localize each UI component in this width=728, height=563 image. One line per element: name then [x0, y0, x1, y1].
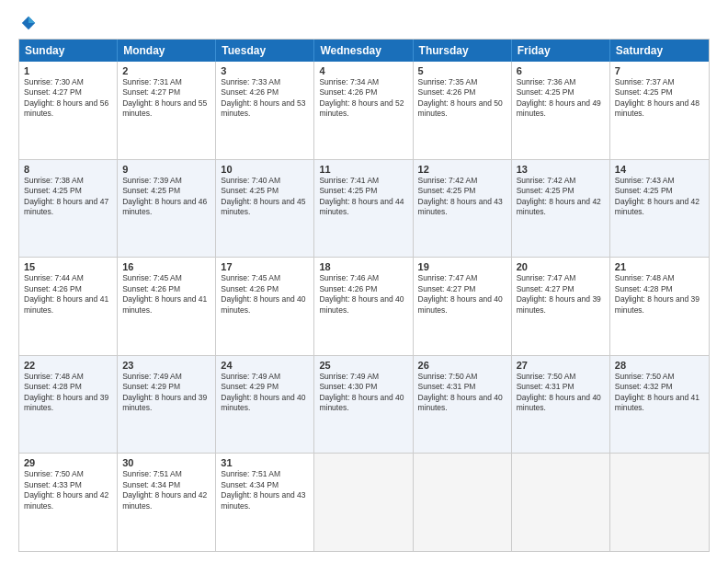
day-detail: Sunrise: 7:49 AMSunset: 4:29 PMDaylight:… [122, 372, 207, 412]
calendar-day-16: 16 Sunrise: 7:45 AMSunset: 4:26 PMDaylig… [118, 258, 216, 355]
day-detail: Sunrise: 7:50 AMSunset: 4:31 PMDaylight:… [418, 372, 503, 412]
calendar-day-22: 22 Sunrise: 7:48 AMSunset: 4:28 PMDaylig… [19, 356, 118, 454]
day-detail: Sunrise: 7:47 AMSunset: 4:27 PMDaylight:… [517, 273, 601, 314]
day-detail: Sunrise: 7:49 AMSunset: 4:30 PMDaylight:… [319, 372, 404, 412]
page: SundayMondayTuesdayWednesdayThursdayFrid… [0, 0, 728, 563]
day-detail: Sunrise: 7:43 AMSunset: 4:25 PMDaylight:… [615, 176, 700, 216]
calendar-day-4: 4 Sunrise: 7:34 AMSunset: 4:26 PMDayligh… [314, 62, 413, 159]
day-number: 3 [221, 65, 309, 76]
header [18, 15, 710, 31]
calendar-day-19: 19 Sunrise: 7:47 AMSunset: 4:27 PMDaylig… [414, 258, 512, 355]
day-number: 11 [319, 164, 407, 175]
day-detail: Sunrise: 7:42 AMSunset: 4:25 PMDaylight:… [418, 176, 503, 216]
calendar-day-28: 28 Sunrise: 7:50 AMSunset: 4:32 PMDaylig… [610, 356, 709, 454]
calendar-day-8: 8 Sunrise: 7:38 AMSunset: 4:25 PMDayligh… [19, 160, 118, 258]
day-detail: Sunrise: 7:45 AMSunset: 4:26 PMDaylight:… [122, 273, 207, 314]
calendar-day-24: 24 Sunrise: 7:49 AMSunset: 4:29 PMDaylig… [216, 356, 314, 454]
calendar-day-3: 3 Sunrise: 7:33 AMSunset: 4:26 PMDayligh… [216, 62, 314, 159]
day-detail: Sunrise: 7:37 AMSunset: 4:25 PMDaylight:… [615, 77, 700, 118]
day-number: 30 [122, 457, 210, 468]
calendar-day-31: 31 Sunrise: 7:51 AMSunset: 4:34 PMDaylig… [216, 454, 314, 551]
day-number: 28 [615, 360, 704, 371]
day-number: 23 [122, 360, 210, 371]
calendar-week-2: 8 Sunrise: 7:38 AMSunset: 4:25 PMDayligh… [19, 159, 709, 258]
day-detail: Sunrise: 7:49 AMSunset: 4:29 PMDaylight:… [221, 372, 305, 412]
calendar-week-5: 29 Sunrise: 7:50 AMSunset: 4:33 PMDaylig… [19, 453, 709, 551]
calendar-day-13: 13 Sunrise: 7:42 AMSunset: 4:25 PMDaylig… [512, 160, 610, 258]
logo [18, 15, 37, 31]
day-header-saturday: Saturday [610, 40, 709, 62]
day-detail: Sunrise: 7:35 AMSunset: 4:26 PMDaylight:… [418, 77, 503, 118]
calendar-day-15: 15 Sunrise: 7:44 AMSunset: 4:26 PMDaylig… [19, 258, 118, 355]
calendar-empty-cell [512, 454, 610, 551]
logo-icon [20, 15, 37, 31]
day-number: 29 [24, 457, 112, 468]
day-detail: Sunrise: 7:30 AMSunset: 4:27 PMDaylight:… [24, 77, 108, 118]
calendar-day-29: 29 Sunrise: 7:50 AMSunset: 4:33 PMDaylig… [19, 454, 118, 551]
day-detail: Sunrise: 7:45 AMSunset: 4:26 PMDaylight:… [221, 273, 305, 314]
day-detail: Sunrise: 7:36 AMSunset: 4:25 PMDaylight:… [517, 77, 601, 118]
day-detail: Sunrise: 7:41 AMSunset: 4:25 PMDaylight:… [319, 176, 404, 216]
day-detail: Sunrise: 7:44 AMSunset: 4:26 PMDaylight:… [24, 273, 108, 314]
calendar-day-25: 25 Sunrise: 7:49 AMSunset: 4:30 PMDaylig… [314, 356, 413, 454]
day-number: 27 [517, 360, 605, 371]
day-number: 12 [418, 164, 506, 175]
day-detail: Sunrise: 7:46 AMSunset: 4:26 PMDaylight:… [319, 273, 404, 314]
day-number: 15 [24, 261, 112, 272]
calendar-day-1: 1 Sunrise: 7:30 AMSunset: 4:27 PMDayligh… [19, 62, 118, 159]
calendar: SundayMondayTuesdayWednesdayThursdayFrid… [18, 39, 710, 552]
day-detail: Sunrise: 7:33 AMSunset: 4:26 PMDaylight:… [221, 77, 305, 118]
calendar-day-10: 10 Sunrise: 7:40 AMSunset: 4:25 PMDaylig… [216, 160, 314, 258]
calendar-week-1: 1 Sunrise: 7:30 AMSunset: 4:27 PMDayligh… [19, 62, 709, 159]
calendar-body: 1 Sunrise: 7:30 AMSunset: 4:27 PMDayligh… [19, 62, 709, 551]
calendar-day-7: 7 Sunrise: 7:37 AMSunset: 4:25 PMDayligh… [610, 62, 709, 159]
calendar-day-30: 30 Sunrise: 7:51 AMSunset: 4:34 PMDaylig… [118, 454, 216, 551]
day-header-wednesday: Wednesday [314, 40, 413, 62]
day-header-monday: Monday [118, 40, 216, 62]
day-number: 21 [615, 261, 704, 272]
day-number: 2 [122, 65, 210, 76]
day-number: 5 [418, 65, 506, 76]
day-detail: Sunrise: 7:50 AMSunset: 4:31 PMDaylight:… [517, 372, 601, 412]
day-detail: Sunrise: 7:48 AMSunset: 4:28 PMDaylight:… [615, 273, 700, 314]
day-detail: Sunrise: 7:42 AMSunset: 4:25 PMDaylight:… [517, 176, 601, 216]
day-number: 20 [517, 261, 605, 272]
day-detail: Sunrise: 7:34 AMSunset: 4:26 PMDaylight:… [319, 77, 404, 118]
day-number: 31 [221, 457, 309, 468]
day-number: 22 [24, 360, 112, 371]
calendar-empty-cell [314, 454, 413, 551]
calendar-day-20: 20 Sunrise: 7:47 AMSunset: 4:27 PMDaylig… [512, 258, 610, 355]
day-detail: Sunrise: 7:50 AMSunset: 4:33 PMDaylight:… [24, 469, 108, 510]
calendar-day-12: 12 Sunrise: 7:42 AMSunset: 4:25 PMDaylig… [414, 160, 512, 258]
day-number: 26 [418, 360, 506, 371]
day-number: 25 [319, 360, 407, 371]
calendar-empty-cell [610, 454, 709, 551]
day-detail: Sunrise: 7:31 AMSunset: 4:27 PMDaylight:… [122, 77, 207, 118]
day-detail: Sunrise: 7:39 AMSunset: 4:25 PMDaylight:… [122, 176, 207, 216]
day-number: 13 [517, 164, 605, 175]
day-detail: Sunrise: 7:51 AMSunset: 4:34 PMDaylight:… [122, 469, 207, 510]
day-header-thursday: Thursday [414, 40, 512, 62]
day-number: 9 [122, 164, 210, 175]
day-detail: Sunrise: 7:38 AMSunset: 4:25 PMDaylight:… [24, 176, 108, 216]
day-number: 7 [615, 65, 704, 76]
calendar-day-21: 21 Sunrise: 7:48 AMSunset: 4:28 PMDaylig… [610, 258, 709, 355]
day-header-sunday: Sunday [19, 40, 118, 62]
day-header-tuesday: Tuesday [216, 40, 314, 62]
calendar-day-23: 23 Sunrise: 7:49 AMSunset: 4:29 PMDaylig… [118, 356, 216, 454]
calendar-day-11: 11 Sunrise: 7:41 AMSunset: 4:25 PMDaylig… [314, 160, 413, 258]
calendar-day-17: 17 Sunrise: 7:45 AMSunset: 4:26 PMDaylig… [216, 258, 314, 355]
day-number: 4 [319, 65, 407, 76]
day-header-friday: Friday [512, 40, 610, 62]
day-detail: Sunrise: 7:40 AMSunset: 4:25 PMDaylight:… [221, 176, 305, 216]
calendar-day-6: 6 Sunrise: 7:36 AMSunset: 4:25 PMDayligh… [512, 62, 610, 159]
day-number: 18 [319, 261, 407, 272]
day-number: 14 [615, 164, 704, 175]
day-number: 8 [24, 164, 112, 175]
calendar-day-9: 9 Sunrise: 7:39 AMSunset: 4:25 PMDayligh… [118, 160, 216, 258]
day-detail: Sunrise: 7:47 AMSunset: 4:27 PMDaylight:… [418, 273, 503, 314]
calendar-header: SundayMondayTuesdayWednesdayThursdayFrid… [19, 40, 709, 62]
calendar-day-2: 2 Sunrise: 7:31 AMSunset: 4:27 PMDayligh… [118, 62, 216, 159]
day-number: 17 [221, 261, 309, 272]
calendar-day-18: 18 Sunrise: 7:46 AMSunset: 4:26 PMDaylig… [314, 258, 413, 355]
